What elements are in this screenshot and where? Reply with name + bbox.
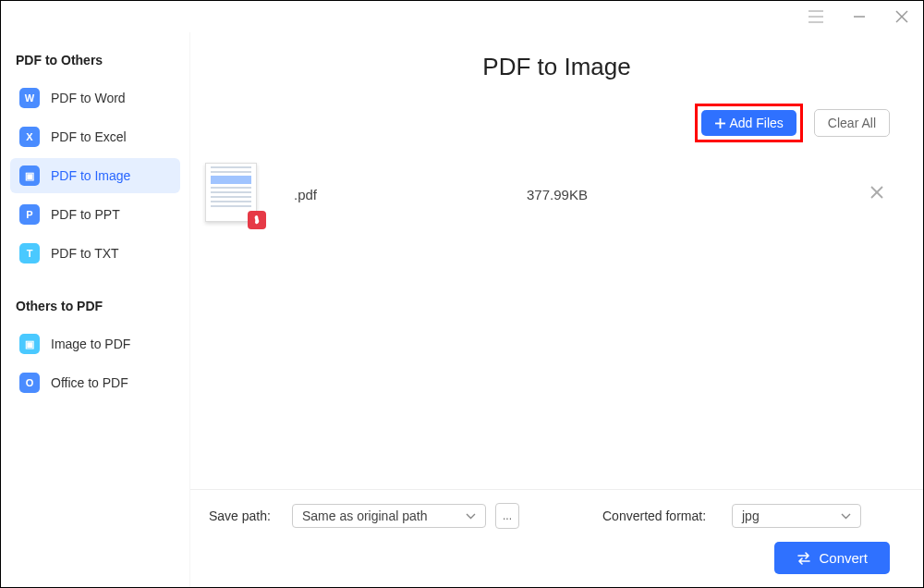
- ppt-icon: P: [19, 204, 40, 225]
- sidebar-item-pdf-to-image[interactable]: ▣ PDF to Image: [10, 158, 180, 193]
- sidebar-item-pdf-to-txt[interactable]: T PDF to TXT: [10, 236, 180, 271]
- sidebar-item-pdf-to-excel[interactable]: X PDF to Excel: [10, 119, 180, 154]
- file-name: .pdf: [268, 187, 527, 202]
- section-header-others-to-pdf: Others to PDF: [10, 299, 180, 313]
- page-title: PDF to Image: [190, 53, 923, 81]
- sidebar: PDF to Others W PDF to Word X PDF to Exc…: [1, 32, 190, 587]
- convert-row: Convert: [209, 542, 890, 574]
- toolbar: Add Files Clear All: [190, 104, 923, 142]
- titlebar: [1, 1, 923, 32]
- txt-icon: T: [19, 243, 40, 263]
- add-files-highlight: Add Files: [695, 104, 803, 142]
- office-icon: O: [19, 373, 40, 393]
- sidebar-item-label: Office to PDF: [51, 375, 128, 390]
- file-thumbnail: [205, 163, 268, 226]
- menu-icon[interactable]: [808, 10, 823, 23]
- remove-file-icon[interactable]: [864, 179, 890, 209]
- sidebar-item-label: PDF to Image: [51, 168, 130, 183]
- options-row: Save path: Same as original path ... Con…: [209, 503, 890, 529]
- minimize-icon[interactable]: [853, 10, 866, 23]
- file-size: 377.99KB: [527, 187, 767, 202]
- sidebar-item-label: Image to PDF: [51, 337, 130, 351]
- sidebar-item-pdf-to-word[interactable]: W PDF to Word: [10, 80, 180, 116]
- chevron-down-icon: [466, 513, 476, 520]
- convert-button[interactable]: Convert: [774, 542, 890, 574]
- section-header-pdf-to-others: PDF to Others: [10, 53, 180, 67]
- bottom-bar: Save path: Same as original path ... Con…: [190, 489, 923, 587]
- add-files-button[interactable]: Add Files: [701, 110, 796, 136]
- sidebar-item-label: PDF to Excel: [51, 129, 127, 144]
- add-files-label: Add Files: [730, 116, 784, 130]
- format-label: Converted format:: [602, 508, 723, 523]
- save-path-label: Save path:: [209, 508, 283, 523]
- sidebar-item-label: PDF to Word: [51, 91, 126, 105]
- save-path-value: Same as original path: [302, 508, 427, 523]
- excel-icon: X: [19, 127, 40, 147]
- chevron-down-icon: [841, 513, 851, 520]
- sidebar-item-pdf-to-ppt[interactable]: P PDF to PPT: [10, 197, 180, 232]
- sidebar-item-label: PDF to PPT: [51, 207, 120, 222]
- convert-icon: [796, 552, 811, 565]
- main: PDF to Others W PDF to Word X PDF to Exc…: [1, 32, 923, 587]
- format-value: jpg: [742, 508, 760, 523]
- convert-label: Convert: [819, 550, 868, 566]
- file-row: .pdf 377.99KB: [190, 159, 923, 229]
- image-icon: ▣: [19, 334, 40, 354]
- format-select[interactable]: jpg: [732, 504, 861, 528]
- clear-all-button[interactable]: Clear All: [814, 109, 890, 137]
- browse-button[interactable]: ...: [495, 503, 519, 529]
- image-icon: ▣: [19, 165, 40, 186]
- content: PDF to Image Add Files Clear All: [190, 32, 923, 587]
- word-icon: W: [19, 88, 40, 108]
- plus-icon: [714, 117, 726, 129]
- close-icon[interactable]: [895, 10, 908, 23]
- sidebar-item-label: PDF to TXT: [51, 246, 119, 261]
- sidebar-item-image-to-pdf[interactable]: ▣ Image to PDF: [10, 326, 180, 361]
- pdf-badge-icon: [248, 211, 266, 229]
- sidebar-item-office-to-pdf[interactable]: O Office to PDF: [10, 365, 180, 400]
- save-path-select[interactable]: Same as original path: [292, 504, 486, 528]
